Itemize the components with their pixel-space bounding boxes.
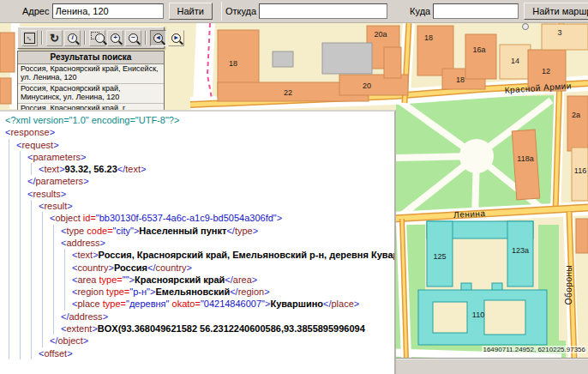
map-building-label: 20: [363, 81, 371, 90]
xml-line: <type code="city">Населенный пункт</type…: [5, 225, 394, 237]
xml-line: <?xml version="1.0" encoding="UTF-8"?>: [5, 114, 394, 126]
from-label: Откуда: [225, 6, 256, 16]
address-label: Адрес: [22, 6, 50, 16]
results-title: Результаты поиска: [18, 51, 164, 64]
search-result-item[interactable]: Россия, Красноярский край, Минусинск, ул…: [18, 84, 164, 104]
street-name-label: Ленина: [453, 208, 486, 220]
map-building-label: 3: [557, 28, 561, 37]
map-building: [273, 51, 293, 67]
toolbar-separator: [84, 31, 86, 45]
pan-button[interactable]: ↻: [46, 30, 63, 46]
map-building-label: 118а: [517, 154, 533, 163]
zoom-prev-icon: ◂: [153, 33, 163, 43]
zoom-box-icon: [91, 33, 105, 43]
zoom-next-icon: ▸: [171, 33, 181, 43]
from-input[interactable]: [259, 3, 387, 19]
zoom-next-button[interactable]: ▸: [168, 30, 184, 46]
app-window: Адрес Найти Откуда Куда Найти маршрут 18…: [0, 0, 588, 374]
toolbar-separator: [145, 31, 147, 45]
map-building: [512, 130, 540, 200]
map-building: [542, 24, 588, 50]
map-toolbar: ↔↻i+−◂▸: [17, 27, 165, 49]
map-building-label: 14: [511, 57, 519, 65]
coordinates-readout: 16490711.24952, 6210225.97356: [482, 346, 586, 353]
xml-line: </parameters>: [5, 175, 394, 187]
toolbar-divider: [221, 2, 222, 21]
find-route-button[interactable]: Найти маршрут: [524, 3, 588, 20]
map-building-label: 12: [542, 67, 550, 75]
street-name-label: Обороны: [564, 265, 573, 305]
building-courtyard: [484, 300, 525, 335]
xml-line: <request>: [5, 139, 394, 151]
map-building-label: 2а: [572, 111, 580, 119]
address-input[interactable]: [52, 3, 164, 19]
map-street: [202, 23, 206, 105]
xml-line: <region type="р-н">Емельяновский</region…: [5, 286, 394, 298]
map-building: [576, 219, 588, 253]
map-building-label: 20а: [374, 30, 387, 39]
to-label: Куда: [410, 6, 430, 16]
xml-line: </object>: [5, 335, 394, 347]
building-courtyard: [433, 302, 467, 333]
toolbar-separator: [41, 31, 43, 45]
map-building: [567, 96, 588, 151]
xml-line: <results>: [5, 188, 394, 200]
xml-line: <offset>: [5, 347, 394, 359]
xml-line: <place type="деревня" okato="04214846007…: [5, 298, 394, 310]
map-building-label: 16а: [472, 45, 485, 54]
zoom-box-button[interactable]: [89, 30, 105, 46]
xml-line: <country>Россия</country>: [5, 262, 394, 274]
xml-response-panel: <?xml version="1.0" encoding="UTF-8"?><r…: [0, 110, 396, 374]
xml-line: <text>93.32, 56.23</text>: [5, 163, 394, 175]
map-building-label: 123а: [512, 246, 529, 255]
park-plaza: [459, 139, 494, 173]
to-input[interactable]: [433, 3, 519, 19]
map-building: [0, 78, 11, 104]
xml-line: <address>: [5, 237, 394, 249]
pan-icon: ↻: [50, 33, 59, 44]
zoom-prev-button[interactable]: ◂: [150, 30, 166, 46]
find-button[interactable]: Найти: [169, 3, 213, 20]
zoom-out-icon: −: [129, 33, 138, 43]
search-toolbar: Адрес Найти Откуда Куда Найти маршрут: [0, 0, 588, 23]
full-extent-button[interactable]: ↔: [21, 30, 38, 46]
map-building: [417, 26, 453, 75]
zoom-in-button[interactable]: +: [107, 30, 123, 46]
xml-line: <extent>BOX(93.368049621582 56.231224060…: [5, 323, 394, 335]
status-bar: [393, 358, 588, 374]
xml-line: <result>: [5, 200, 394, 212]
xml-line: <area type="">Красноярский край</area>: [5, 274, 394, 286]
xml-body: <?xml version="1.0" encoding="UTF-8"?><r…: [5, 114, 394, 359]
xml-line: <text>Россия, Красноярский край, Емельян…: [5, 249, 394, 261]
map-building-label: 18: [229, 59, 237, 68]
full-extent-icon: ↔: [24, 33, 35, 44]
identify-button[interactable]: i: [64, 30, 81, 46]
map-building: [322, 43, 372, 74]
map-building-label: 110: [472, 311, 484, 319]
map-poi: [523, 24, 529, 30]
xml-line: <parameters>: [5, 151, 394, 163]
xml-line: <object id="bb30130f-6537-4a6c-a1c9-bd50…: [5, 212, 394, 224]
map-building: [384, 47, 401, 78]
zoom-out-button[interactable]: −: [125, 30, 141, 46]
xml-line: </address>: [5, 311, 394, 323]
map-building-label: 18: [424, 33, 433, 42]
search-result-item[interactable]: Россия, Красноярский край, Енисейск, ул.…: [18, 64, 164, 84]
identify-icon: i: [68, 33, 77, 43]
map-building: [465, 34, 496, 79]
map-building: [0, 33, 15, 72]
zoom-in-icon: +: [111, 33, 120, 43]
map-building-label: 22: [284, 88, 292, 97]
xml-line: <response>: [5, 126, 394, 138]
map-building-label: 125: [433, 252, 446, 261]
map-building-label: 18: [456, 75, 465, 84]
map-building-label: 116: [574, 166, 586, 175]
